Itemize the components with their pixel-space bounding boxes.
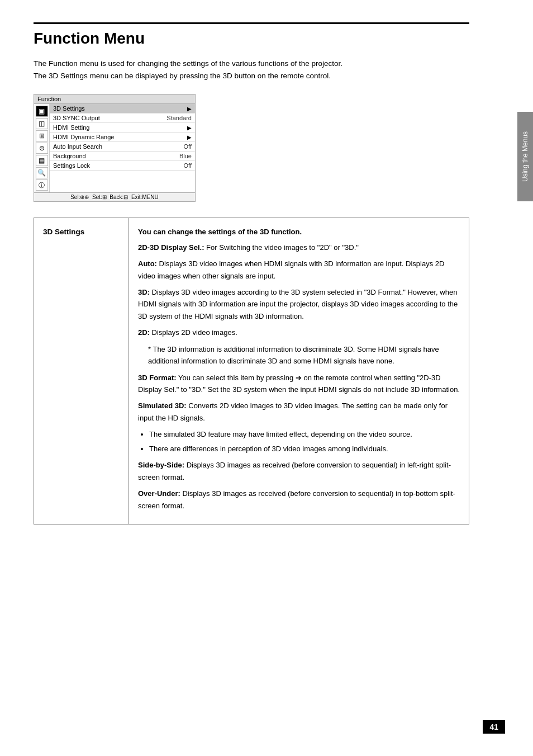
intro-line2: The 3D Settings menu can be displayed by…	[34, 70, 469, 82]
top-border	[34, 22, 469, 24]
menu-icons: ▣ ◫ ⊞ ⊜ ▤ 🔍 ⓘ	[34, 104, 50, 192]
menu-screenshot: Function ▣ ◫ ⊞ ⊜ ▤ 🔍 ⓘ 3D Settings ▶ 3D …	[34, 94, 196, 202]
menu-icon-1: ◫	[36, 118, 48, 129]
menu-footer: Sel:⊕⊕ Set:⊞ Back:⊟ Exit:MENU	[34, 192, 195, 201]
para-2d: 2D: Displays 2D video images.	[138, 327, 460, 338]
para-sidebyside: Side-by-Side: Displays 3D images as rece…	[138, 459, 460, 483]
para-3dformat: 3D Format: You can select this item by p…	[138, 372, 460, 396]
sidebar-label: Using the Menus	[517, 112, 533, 201]
menu-rows: 3D Settings ▶ 3D SYNC Output Standard HD…	[50, 104, 195, 192]
menu-title: Function	[37, 96, 61, 102]
menu-icon-0: ▣	[36, 106, 48, 117]
menu-icon-3: ⊜	[36, 143, 48, 154]
right-heading: You can change the settings of the 3D fu…	[138, 226, 460, 238]
right-col-3d-settings: You can change the settings of the 3D fu…	[129, 218, 469, 525]
simulated-item-1: The simulated 3D feature may have limite…	[149, 428, 460, 440]
menu-body: ▣ ◫ ⊞ ⊜ ▤ 🔍 ⓘ 3D Settings ▶ 3D SYNC Outp…	[34, 104, 195, 192]
page-title: Function Menu	[34, 30, 469, 48]
menu-row-4: Auto Input Search Off	[50, 142, 195, 152]
para-auto: Auto: Displays 3D video images when HDMI…	[138, 258, 460, 282]
menu-row-3: HDMI Dynamic Range ▶	[50, 133, 195, 142]
para-overunder: Over-Under: Displays 3D images as receiv…	[138, 488, 460, 512]
simulated-item-2: There are differences in perception of 3…	[149, 443, 460, 455]
content-table: 3D Settings You can change the settings …	[34, 218, 469, 525]
menu-icon-6: ⓘ	[36, 179, 48, 191]
menu-title-bar: Function	[34, 94, 195, 104]
simulated-list: The simulated 3D feature may have limite…	[149, 428, 460, 455]
menu-row-0: 3D Settings ▶	[50, 104, 195, 114]
para-note: * The 3D information is additional infor…	[148, 343, 460, 367]
menu-icon-4: ▤	[36, 155, 48, 166]
intro-line1: The Function menu is used for changing t…	[34, 58, 469, 70]
intro-text: The Function menu is used for changing t…	[34, 58, 469, 82]
para-simulated: Simulated 3D: Converts 2D video images t…	[138, 400, 460, 424]
menu-row-2: HDMI Setting ▶	[50, 123, 195, 133]
menu-row-6: Settings Lock Off	[50, 161, 195, 171]
para-2d3d: 2D-3D Display Sel.: For Switching the vi…	[138, 242, 460, 253]
table-row-3d-settings: 3D Settings You can change the settings …	[34, 218, 469, 525]
left-col-3d-settings: 3D Settings	[34, 218, 129, 525]
para-3d: 3D: Displays 3D video images according t…	[138, 286, 460, 322]
menu-row-5: Background Blue	[50, 152, 195, 161]
page-number: 41	[483, 720, 505, 734]
menu-icon-2: ⊞	[36, 130, 48, 141]
menu-icon-5: 🔍	[36, 167, 48, 178]
menu-row-1: 3D SYNC Output Standard	[50, 114, 195, 123]
